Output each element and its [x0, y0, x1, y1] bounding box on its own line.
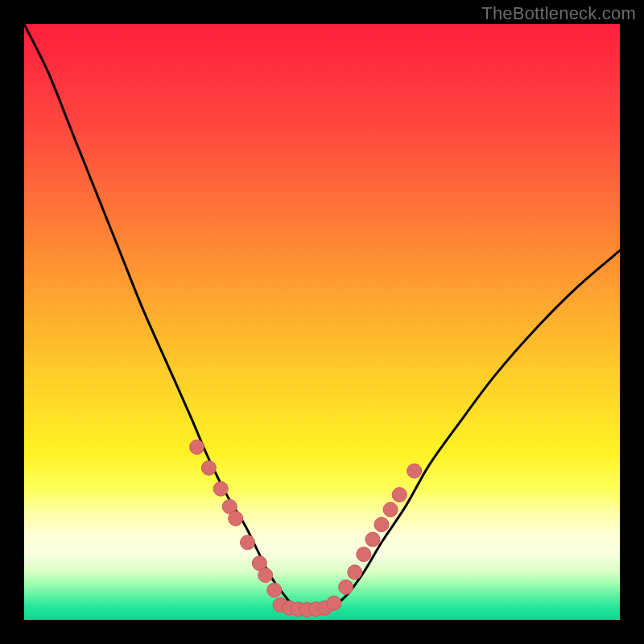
curve-marker	[327, 596, 341, 610]
curve-marker	[241, 535, 255, 550]
curve-marker	[348, 565, 362, 580]
chart-stage: TheBottleneck.com	[0, 0, 644, 644]
curve-marker	[258, 568, 273, 583]
watermark-text: TheBottleneck.com	[481, 3, 636, 24]
curve-marker	[407, 464, 422, 478]
curve-markers	[190, 440, 422, 617]
curve-marker	[201, 460, 216, 475]
curve-marker	[357, 547, 371, 562]
curve-marker	[229, 511, 243, 526]
curve-marker	[190, 440, 204, 454]
plot-area	[24, 24, 620, 620]
curve-marker	[213, 481, 228, 496]
curve-svg	[24, 24, 620, 620]
curve-marker	[267, 583, 282, 597]
curve-marker	[365, 532, 380, 547]
bottleneck-curve	[24, 24, 620, 610]
curve-marker	[392, 488, 407, 502]
curve-marker	[339, 580, 353, 594]
curve-marker	[374, 518, 389, 532]
curve-marker	[383, 502, 398, 517]
